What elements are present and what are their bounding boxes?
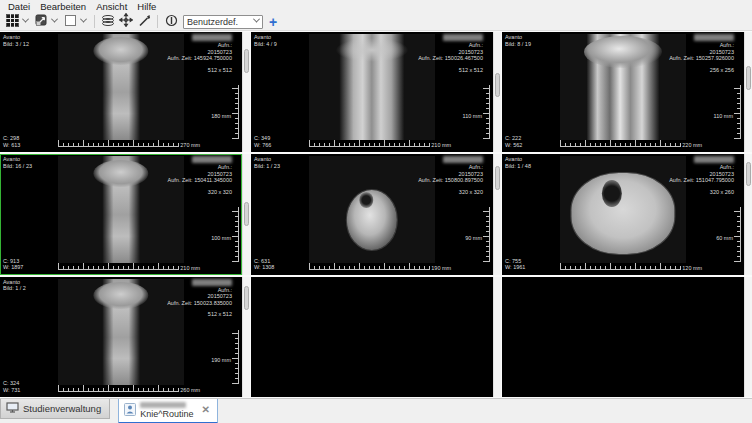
frame-button[interactable] bbox=[62, 14, 78, 30]
vertical-ruler-label: 60 mm bbox=[716, 235, 733, 241]
patient-name-redacted bbox=[192, 156, 232, 163]
mri-viewport[interactable]: Avanto Bild: 1 / 2 Aufn.: 20150723 Aufn.… bbox=[0, 277, 242, 397]
bottom-tab-bar: Studienverwaltung Knie^Routine ✕ bbox=[0, 398, 752, 423]
window-level-overlay: C: 349 W: 766 bbox=[254, 135, 271, 148]
pan-button[interactable] bbox=[118, 14, 134, 30]
pan-arrows-icon bbox=[119, 13, 133, 31]
mri-viewport[interactable]: Avanto Bild: 4 / 9 Aufn.: 20150723 Aufn.… bbox=[251, 32, 493, 152]
slice-stack-button[interactable] bbox=[100, 14, 116, 30]
viewport-topleft-overlay: Avanto Bild: 1 / 48 bbox=[505, 156, 531, 169]
frame-dropdown-chevron-icon[interactable] bbox=[80, 16, 87, 23]
vertical-ruler-label: 180 mm bbox=[211, 113, 231, 119]
menu-bearbeiten[interactable]: Bearbeiten bbox=[35, 1, 91, 12]
viewport-cell: Avanto Bild: 3 / 12 Aufn.: 20150723 Aufn… bbox=[0, 32, 250, 152]
acquisition-time: Aufn. Zeit: 145924.750000 bbox=[167, 55, 232, 62]
viewport-topright-overlay: Aufn.: 20150723 Aufn. Zeit: 150026.46750… bbox=[418, 34, 483, 73]
slice-stack-icon bbox=[101, 13, 115, 31]
viewport-grid: Avanto Bild: 3 / 12 Aufn.: 20150723 Aufn… bbox=[0, 31, 752, 398]
mri-image bbox=[309, 156, 435, 262]
window-preset-dropdown[interactable]: Benutzerdef. bbox=[183, 15, 263, 29]
image-counter: Bild: 3 / 12 bbox=[3, 41, 29, 48]
slice-scrollbar-thumb[interactable] bbox=[244, 286, 249, 310]
window-level-overlay: C: 324 W: 731 bbox=[3, 380, 20, 393]
viewport-topleft-overlay: Avanto Bild: 3 / 12 bbox=[3, 34, 29, 47]
slice-scrollbar[interactable] bbox=[744, 277, 752, 397]
windowing-button[interactable] bbox=[163, 14, 179, 30]
slice-scrollbar[interactable] bbox=[242, 154, 250, 274]
acquisition-time: Aufn. Zeit: 150023.835000 bbox=[167, 300, 232, 307]
vertical-ruler bbox=[232, 85, 239, 139]
horizontal-ruler bbox=[309, 140, 430, 147]
monitor-icon bbox=[6, 402, 19, 415]
slice-scrollbar-thumb[interactable] bbox=[746, 162, 751, 186]
viewport-cell: Avanto Bild: 1 / 2 Aufn.: 20150723 Aufn.… bbox=[0, 277, 250, 397]
mri-viewport[interactable]: Avanto Bild: 1 / 48 Aufn.: 20150723 Aufn… bbox=[502, 154, 744, 274]
slice-scrollbar[interactable] bbox=[744, 32, 752, 152]
width-value: W: 1308 bbox=[254, 264, 274, 271]
image-counter: Bild: 1 / 23 bbox=[254, 163, 280, 170]
add-preset-button[interactable]: + bbox=[267, 15, 279, 29]
mri-viewport[interactable]: Avanto Bild: 16 / 23 Aufn.: 20150723 Auf… bbox=[0, 154, 242, 274]
mri-viewport[interactable]: Avanto Bild: 8 / 19 Aufn.: 20150723 Aufn… bbox=[502, 32, 744, 152]
layout-grid-button[interactable] bbox=[4, 14, 20, 30]
toolbar-separator bbox=[157, 15, 158, 28]
patient-name-redacted bbox=[443, 34, 483, 41]
width-value: W: 562 bbox=[505, 142, 522, 149]
horizontal-ruler bbox=[309, 263, 430, 270]
viewport-topright-overlay: Aufn.: 20150723 Aufn. Zeit: 150023.83500… bbox=[167, 279, 232, 318]
viewport-cell: Avanto Bild: 8 / 19 Aufn.: 20150723 Aufn… bbox=[502, 32, 752, 152]
app-window: Datei Bearbeiten Ansicht Hilfe bbox=[0, 0, 752, 423]
window-level-overlay: C: 222 W: 562 bbox=[505, 135, 522, 148]
width-value: W: 613 bbox=[3, 142, 20, 149]
menu-hilfe[interactable]: Hilfe bbox=[132, 1, 161, 12]
window-preset-value: Benutzerdef. bbox=[187, 17, 238, 27]
tab-studienverwaltung-label: Studienverwaltung bbox=[23, 403, 101, 414]
slice-scrollbar-thumb[interactable] bbox=[495, 73, 500, 97]
vertical-ruler bbox=[483, 207, 490, 261]
slice-scrollbar[interactable] bbox=[242, 32, 250, 152]
menu-datei[interactable]: Datei bbox=[3, 1, 35, 12]
patient-name-redacted bbox=[192, 34, 232, 41]
acquisition-time: Aufn. Zeit: 150800.897500 bbox=[418, 177, 483, 184]
mri-viewport[interactable] bbox=[502, 277, 744, 397]
matrix-size: 512 x 512 bbox=[167, 311, 232, 318]
image-fit-button[interactable] bbox=[33, 14, 49, 30]
mri-viewport[interactable] bbox=[251, 277, 493, 397]
slice-scrollbar-thumb[interactable] bbox=[244, 202, 249, 226]
slice-scrollbar-thumb[interactable] bbox=[746, 66, 751, 90]
mri-viewport[interactable]: Avanto Bild: 3 / 12 Aufn.: 20150723 Aufn… bbox=[0, 32, 242, 152]
probe-pen-button[interactable] bbox=[136, 14, 152, 30]
layout-dropdown-chevron-icon[interactable] bbox=[22, 16, 29, 23]
slice-scrollbar-thumb[interactable] bbox=[244, 49, 249, 73]
slice-scrollbar[interactable] bbox=[493, 277, 501, 397]
horizontal-ruler-label: 210 mm bbox=[180, 265, 200, 271]
slice-scrollbar[interactable] bbox=[493, 154, 501, 274]
tab-knie-routine[interactable]: Knie^Routine ✕ bbox=[118, 399, 218, 423]
vertical-ruler-label: 190 mm bbox=[211, 357, 231, 363]
width-value: W: 1897 bbox=[3, 264, 23, 271]
viewport-cell: Avanto Bild: 1 / 23 Aufn.: 20150723 Aufn… bbox=[251, 154, 501, 274]
menu-ansicht[interactable]: Ansicht bbox=[91, 1, 132, 12]
mri-viewport[interactable]: Avanto Bild: 1 / 23 Aufn.: 20150723 Aufn… bbox=[251, 154, 493, 274]
slice-scrollbar[interactable] bbox=[744, 154, 752, 274]
center-value: C: 349 bbox=[254, 135, 271, 142]
slice-scrollbar[interactable] bbox=[242, 277, 250, 397]
mri-image bbox=[560, 34, 686, 140]
image-fit-icon bbox=[35, 13, 48, 31]
slice-scrollbar-thumb[interactable] bbox=[495, 166, 500, 190]
close-icon[interactable]: ✕ bbox=[201, 405, 209, 415]
viewport-topleft-overlay: Avanto Bild: 8 / 19 bbox=[505, 34, 531, 47]
viewport-topleft-overlay: Avanto Bild: 1 / 23 bbox=[254, 156, 280, 169]
contrast-circle-icon bbox=[165, 13, 178, 31]
image-fit-dropdown-chevron-icon[interactable] bbox=[51, 16, 58, 23]
slice-scrollbar[interactable] bbox=[493, 32, 501, 152]
matrix-size: 512 x 512 bbox=[418, 67, 483, 74]
patient-name-redacted bbox=[694, 34, 734, 41]
horizontal-ruler bbox=[560, 140, 681, 147]
patient-name-redacted bbox=[192, 279, 232, 286]
viewport-topright-overlay: Aufn.: 20150723 Aufn. Zeit: 150800.89750… bbox=[418, 156, 483, 195]
frame-icon bbox=[64, 13, 77, 31]
matrix-size: 320 x 320 bbox=[418, 189, 483, 196]
acquisition-time: Aufn. Zeit: 151047.795000 bbox=[669, 177, 734, 184]
tab-studienverwaltung[interactable]: Studienverwaltung bbox=[0, 399, 110, 419]
